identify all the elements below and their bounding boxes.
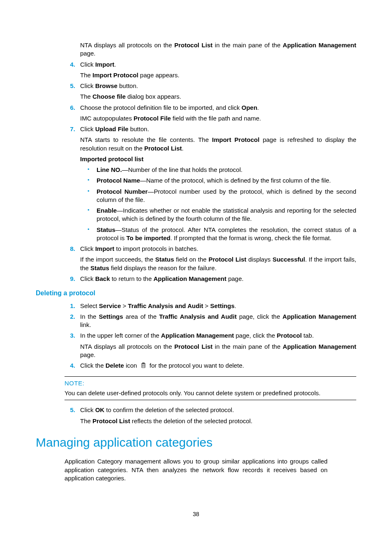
imported-protocol-bullets: Line NO.—Number of the line that holds t… bbox=[80, 166, 356, 242]
step-1: 1. Select Service > Traffic Analysis and… bbox=[65, 302, 356, 310]
step-6: 6. Choose the protocol definition file t… bbox=[65, 104, 356, 123]
step-4: 4. Click the Delete icon for the protoco… bbox=[65, 362, 356, 371]
intro-paragraph: NTA displays all protocols on the Protoc… bbox=[80, 41, 356, 58]
page-number: 38 bbox=[0, 510, 392, 518]
step-number: 4. bbox=[65, 60, 75, 69]
note-body: You can delete user-defined protocols on… bbox=[65, 389, 356, 397]
step-number: 2. bbox=[65, 313, 75, 321]
list-item: Line NO.—Number of the line that holds t… bbox=[80, 166, 356, 174]
step-number: 4. bbox=[65, 362, 75, 370]
procedure-list-3: 5. Click OK to confirm the deletion of t… bbox=[65, 406, 356, 425]
step-number: 6. bbox=[65, 104, 75, 112]
imported-protocol-list-heading: Imported protocol list bbox=[80, 155, 356, 163]
step-5: 5. Click Browse button. The Choose file … bbox=[65, 82, 356, 101]
body-column: NTA displays all protocols on the Protoc… bbox=[80, 41, 356, 58]
step-number: 8. bbox=[65, 245, 75, 253]
svg-rect-0 bbox=[142, 364, 145, 368]
step-8: 8. Click Import to import protocols in b… bbox=[65, 245, 356, 272]
step-number: 1. bbox=[65, 302, 75, 310]
step-4: 4. Click Import. The Import Protocol pag… bbox=[65, 60, 356, 80]
step-5: 5. Click OK to confirm the deletion of t… bbox=[65, 406, 356, 425]
step-2: 2. In the Settings area of the Traffic A… bbox=[65, 313, 356, 329]
trash-icon bbox=[141, 362, 146, 371]
list-item: Enable—Indicates whether or not enable t… bbox=[80, 206, 356, 223]
procedure-list-1: 4. Click Import. The Import Protocol pag… bbox=[65, 60, 356, 283]
main-paragraph: Application Category management allows y… bbox=[65, 457, 327, 482]
step-number: 3. bbox=[65, 331, 75, 340]
step-3: 3. In the upper left corner of the Appli… bbox=[65, 331, 356, 359]
step-number: 7. bbox=[65, 125, 75, 133]
step-9: 9. Click Back to return to the Applicati… bbox=[65, 275, 356, 283]
procedure-list-2: 1. Select Service > Traffic Analysis and… bbox=[65, 302, 356, 371]
list-item: Status—Status of the protocol. After NTA… bbox=[80, 226, 356, 243]
heading-managing-categories: Managing application categories bbox=[36, 434, 356, 451]
step-number: 5. bbox=[65, 82, 75, 90]
step-number: 5. bbox=[65, 406, 75, 414]
heading-deleting-protocol: Deleting a protocol bbox=[36, 289, 356, 298]
list-item: Protocol Number—Protocol number used by … bbox=[80, 188, 356, 204]
list-item: Protocol Name—Name of the protocol, whic… bbox=[80, 176, 356, 185]
note-box: NOTE: You can delete user-defined protoc… bbox=[65, 376, 356, 401]
step-7: 7. Click Upload File button. NTA starts … bbox=[65, 125, 356, 242]
svg-rect-4 bbox=[143, 363, 144, 364]
note-label: NOTE: bbox=[65, 379, 356, 387]
page: NTA displays all protocols on the Protoc… bbox=[0, 0, 392, 533]
step-number: 9. bbox=[65, 275, 75, 283]
